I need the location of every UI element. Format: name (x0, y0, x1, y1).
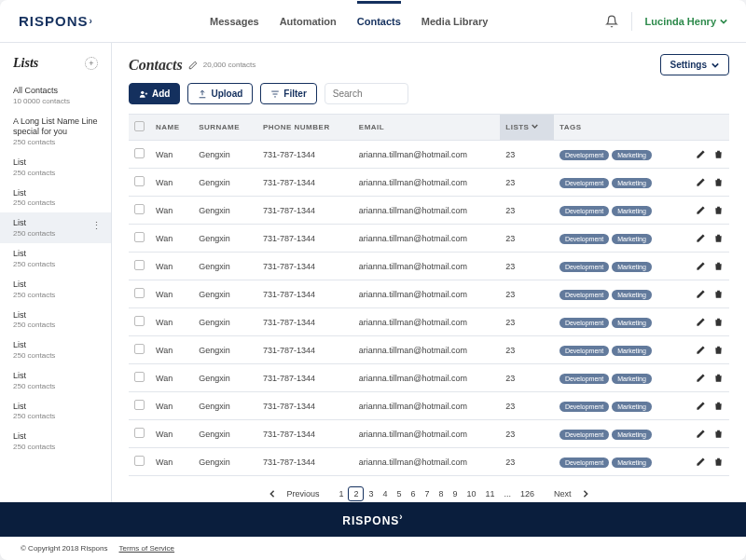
row-checkbox[interactable] (134, 456, 145, 466)
nav-automation[interactable]: Automation (280, 1, 337, 42)
page-3[interactable]: 3 (364, 487, 378, 500)
delete-row-icon[interactable] (713, 205, 724, 215)
row-checkbox[interactable] (134, 260, 145, 270)
select-all-checkbox[interactable] (134, 121, 145, 131)
delete-row-icon[interactable] (713, 457, 724, 467)
edit-row-icon[interactable] (696, 261, 706, 271)
edit-row-icon[interactable] (696, 233, 706, 243)
nav-media[interactable]: Media Library (421, 1, 489, 42)
cell-phone: 731-787-1344 (257, 225, 353, 253)
cell-surname: Gengxin (193, 169, 257, 197)
col-email[interactable]: EMAIL (353, 115, 500, 141)
prev-page[interactable]: Previous (282, 487, 324, 500)
edit-row-icon[interactable] (696, 205, 706, 215)
delete-row-icon[interactable] (713, 289, 724, 299)
cell-phone: 731-787-1344 (257, 364, 353, 392)
tos-link[interactable]: Terms of Service (119, 544, 175, 553)
sidebar-list-item[interactable]: List250 contacts⋮ (0, 212, 111, 243)
delete-row-icon[interactable] (713, 233, 724, 243)
row-checkbox[interactable] (134, 148, 145, 158)
delete-row-icon[interactable] (713, 429, 724, 439)
edit-row-icon[interactable] (696, 149, 706, 159)
row-checkbox[interactable] (134, 204, 145, 214)
edit-row-icon[interactable] (696, 401, 706, 411)
sidebar-list-item[interactable]: List250 contacts (0, 396, 111, 427)
row-checkbox[interactable] (134, 288, 145, 298)
edit-row-icon[interactable] (696, 345, 706, 355)
page-9[interactable]: 9 (449, 487, 463, 500)
row-checkbox[interactable] (134, 232, 145, 242)
sidebar-list-item[interactable]: List250 contacts (0, 365, 111, 396)
delete-row-icon[interactable] (713, 373, 724, 383)
cell-tags: DevelopmentMarketing (554, 169, 684, 197)
cell-name: Wan (150, 197, 193, 225)
page-10[interactable]: 10 (463, 487, 481, 500)
edit-row-icon[interactable] (696, 457, 706, 467)
chevron-right-icon[interactable] (582, 490, 589, 498)
cell-tags: DevelopmentMarketing (554, 253, 684, 280)
page-6[interactable]: 6 (406, 487, 420, 500)
cell-lists: 23 (500, 336, 554, 364)
row-checkbox[interactable] (134, 428, 145, 438)
sidebar-list-item[interactable]: All Contacts10 0000 contacts (0, 80, 111, 111)
row-checkbox[interactable] (134, 316, 145, 326)
delete-row-icon[interactable] (713, 261, 724, 271)
sidebar-list-item[interactable]: List250 contacts (0, 305, 111, 335)
bell-icon[interactable] (605, 15, 618, 28)
list-menu-icon[interactable]: ⋮ (91, 220, 102, 232)
page-2[interactable]: 2 (348, 486, 364, 501)
sidebar-list-item[interactable]: A Long List Name Line special for you250… (0, 111, 111, 152)
nav-contacts[interactable]: Contacts (357, 1, 401, 42)
col-name[interactable]: NAME (150, 115, 193, 141)
page-7[interactable]: 7 (420, 487, 434, 500)
col-phone[interactable]: PHONE NUMBER (257, 115, 353, 141)
nav-messages[interactable]: Messages (210, 1, 259, 42)
row-checkbox[interactable] (134, 400, 145, 410)
search-input[interactable] (325, 83, 408, 104)
page-5[interactable]: 5 (392, 487, 406, 500)
chevron-left-icon[interactable] (269, 490, 276, 498)
cell-surname: Gengxin (193, 448, 257, 476)
chevron-down-icon (720, 18, 727, 25)
add-button[interactable]: Add (129, 83, 180, 104)
row-checkbox[interactable] (134, 176, 145, 186)
col-surname[interactable]: SURNAME (193, 115, 257, 141)
sidebar-list-item[interactable]: List250 contacts (0, 274, 111, 305)
delete-row-icon[interactable] (713, 401, 724, 411)
page-8[interactable]: 8 (435, 487, 449, 500)
add-list-button[interactable]: + (85, 57, 98, 70)
settings-button[interactable]: Settings (660, 54, 729, 75)
col-tags[interactable]: TAGS (554, 115, 684, 141)
delete-row-icon[interactable] (713, 177, 724, 187)
row-checkbox[interactable] (134, 344, 145, 354)
cell-lists: 23 (500, 448, 554, 476)
tag-badge: Marketing (612, 318, 652, 328)
sidebar-list-item[interactable]: List250 contacts (0, 426, 111, 457)
edit-row-icon[interactable] (696, 373, 706, 383)
delete-row-icon[interactable] (713, 149, 724, 159)
page-1[interactable]: 1 (334, 487, 348, 500)
edit-row-icon[interactable] (696, 317, 706, 327)
sidebar-list-item[interactable]: List250 contacts (0, 335, 111, 365)
edit-row-icon[interactable] (696, 177, 706, 187)
col-lists[interactable]: LISTS (500, 115, 554, 141)
next-page[interactable]: Next (549, 487, 576, 500)
sidebar-list-item[interactable]: List250 contacts (0, 183, 111, 213)
edit-row-icon[interactable] (696, 429, 706, 439)
page-11[interactable]: 11 (481, 487, 500, 500)
page-126[interactable]: 126 (516, 487, 539, 500)
cell-lists: 23 (500, 197, 554, 225)
delete-row-icon[interactable] (713, 317, 724, 327)
edit-row-icon[interactable] (696, 289, 706, 299)
user-menu[interactable]: Lucinda Henry (645, 16, 727, 27)
row-checkbox[interactable] (134, 372, 145, 382)
cell-name: Wan (150, 308, 193, 336)
edit-title-icon[interactable] (188, 61, 198, 70)
cell-email: arianna.tillman@hotmail.com (353, 197, 500, 225)
page-4[interactable]: 4 (378, 487, 392, 500)
sidebar-list-item[interactable]: List250 contacts (0, 243, 111, 274)
delete-row-icon[interactable] (713, 345, 724, 355)
filter-button[interactable]: Filter (260, 83, 316, 104)
upload-button[interactable]: Upload (187, 83, 253, 104)
sidebar-list-item[interactable]: List250 contacts (0, 152, 111, 183)
